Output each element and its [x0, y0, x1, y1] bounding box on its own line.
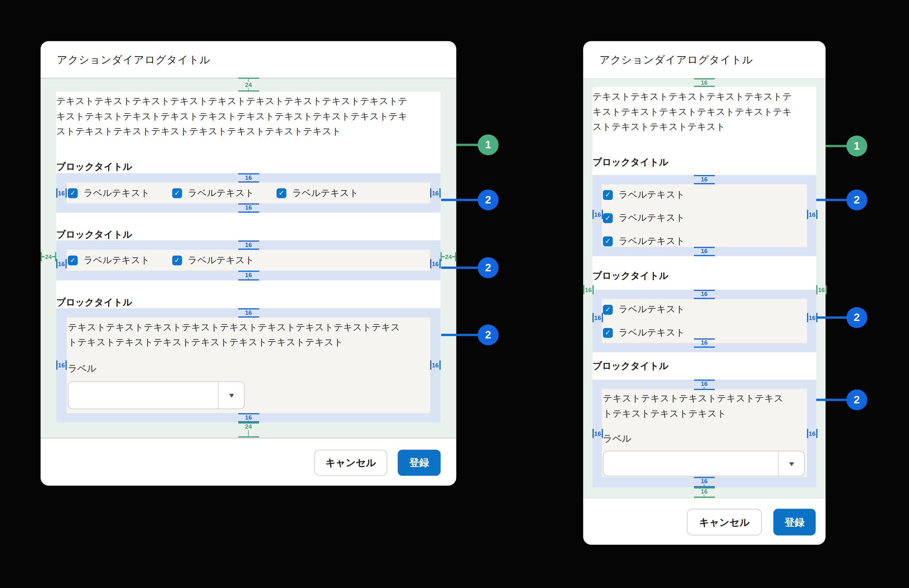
callout-line [441, 267, 479, 268]
checkbox-checked-icon[interactable]: ✓ [277, 188, 286, 198]
spacing-measure-16: 16 [694, 477, 715, 488]
spacing-measure-16: 16 [583, 285, 592, 295]
spacing-measure-16: 16 [694, 290, 715, 299]
checkbox-label: ラベルテキスト [618, 304, 685, 316]
checkbox-label: ラベルテキスト [83, 254, 150, 267]
select-arrow-cell[interactable]: ▼ [218, 382, 244, 409]
checkbox-checked-icon[interactable]: ✓ [68, 188, 78, 198]
checkbox-option[interactable]: ✓ ラベルテキスト [277, 186, 359, 200]
cancel-button[interactable]: キャンセル [687, 509, 762, 535]
callout-badge-1: 1 [846, 136, 867, 157]
spacing-measure-16: 16 [238, 413, 259, 423]
block-text: テキストテキストテキストテキストテキス トテキストテキストテキスト [603, 391, 806, 421]
select-value [68, 382, 218, 409]
block-title-2: ブロックタイトル [56, 229, 132, 241]
dropdown-select[interactable]: ▼ [603, 451, 804, 477]
checkbox-option[interactable]: ✓ ラベルテキスト [603, 188, 685, 202]
select-field-label: ラベル [68, 363, 96, 375]
spacing-measure-16: 16 [807, 210, 817, 219]
select-value [603, 451, 778, 476]
form-block-inner: テキストテキストテキストテキストテキス トテキストテキストテキスト ラベル ▼ [602, 389, 807, 477]
spacing-measure-16: 16 [592, 210, 602, 219]
checkbox-checked-icon[interactable]: ✓ [172, 255, 182, 265]
chevron-down-icon: ▼ [227, 392, 235, 399]
form-block-1: ✓ ラベルテキスト ✓ ラベルテキスト ✓ ラベルテキスト [592, 175, 816, 256]
spacing-measure-16: 16 [238, 204, 259, 213]
block-title-3: ブロックタイトル [592, 360, 668, 372]
select-field-label: ラベル [603, 433, 631, 444]
submit-button[interactable]: 登録 [398, 449, 440, 475]
checkbox-label: ラベルテキスト [618, 235, 685, 247]
spacing-measure-16: 16 [592, 313, 602, 322]
dialog-footer: キャンセル 登録 [583, 498, 825, 545]
block-text: テキストテキストテキストテキストテキストテキストテキストテキストテキス トテキス… [68, 320, 429, 350]
checkbox-column: ✓ ラベルテキスト ✓ ラベルテキスト [602, 299, 807, 343]
callout-line [456, 144, 479, 146]
spacing-measure-16: 16 [238, 271, 259, 280]
spacing-measure-16: 16 [816, 285, 826, 295]
checkbox-row: ✓ ラベルテキスト ✓ ラベルテキスト ✓ ラベルテキスト [66, 183, 430, 203]
spacing-measure-24: 24 [238, 78, 259, 92]
dialog-footer: キャンセル 登録 [40, 438, 456, 486]
chevron-down-icon: ▼ [787, 460, 795, 467]
checkbox-label: ラベルテキスト [292, 187, 359, 199]
checkbox-label: ラベルテキスト [618, 189, 685, 201]
checkbox-checked-icon[interactable]: ✓ [172, 188, 182, 198]
spacing-measure-16: 16 [694, 488, 715, 498]
spacing-measure-24: 24 [440, 252, 456, 262]
checkbox-checked-icon[interactable]: ✓ [603, 304, 613, 314]
checkbox-label: ラベルテキスト [188, 187, 254, 199]
spacing-measure-24: 24 [40, 252, 56, 262]
block-title-3: ブロックタイトル [56, 297, 132, 308]
checkbox-option[interactable]: ✓ ラベルテキスト [603, 302, 685, 317]
callout-line [441, 199, 479, 200]
callout-badge-2: 2 [477, 325, 498, 345]
checkbox-checked-icon[interactable]: ✓ [603, 328, 613, 338]
callout-line [816, 317, 847, 318]
callout-badge-2: 2 [846, 389, 867, 410]
dialog-content: テキストテキストテキストテキストテキストテ キストテキストテキストテキストテキス… [592, 87, 816, 488]
checkbox-option[interactable]: ✓ ラベルテキスト [68, 186, 150, 200]
paragraph-line: ストテキストテキストテキスト [592, 120, 816, 134]
spacing-measure-16: 16 [694, 78, 715, 87]
paragraph-line: テキストテキストテキストテキストテキストテキストテキストテキストテキストテ [56, 94, 440, 109]
checkbox-option[interactable]: ✓ ラベルテキスト [172, 186, 254, 200]
callout-badge-1: 1 [477, 134, 498, 155]
checkbox-checked-icon[interactable]: ✓ [603, 236, 613, 246]
callout-badge-2: 2 [846, 307, 867, 328]
spacing-measure-16: 16 [592, 429, 602, 438]
checkbox-checked-icon[interactable]: ✓ [603, 190, 613, 200]
checkbox-row: ✓ ラベルテキスト ✓ ラベルテキスト [66, 250, 430, 271]
intro-paragraph: テキストテキストテキストテキストテキストテ キストテキストテキストテキストテキス… [592, 89, 816, 134]
checkbox-checked-icon[interactable]: ✓ [603, 213, 613, 223]
select-arrow-cell[interactable]: ▼ [778, 451, 804, 476]
checkbox-option[interactable]: ✓ ラベルテキスト [603, 234, 685, 248]
block-title-2: ブロックタイトル [592, 270, 668, 282]
block-text-line: テキストテキストテキストテキストテキス [603, 391, 806, 406]
spacing-measure-16: 16 [694, 175, 715, 184]
cancel-button[interactable]: キャンセル [314, 449, 387, 475]
paragraph-line: テキストテキストテキストテキストテキストテ [592, 89, 816, 104]
callout-line [826, 145, 848, 147]
checkbox-checked-icon[interactable]: ✓ [68, 255, 78, 265]
callout-badge-2: 2 [477, 189, 498, 210]
dialog-title: アクションダイアログタイトル [599, 53, 753, 66]
annotation-canvas: アクションダイアログタイトル テキストテキストテキストテキストテキストテキストテ… [0, 0, 909, 588]
block-title-1: ブロックタイトル [56, 161, 132, 173]
paragraph-line: ストテキストテキストテキストテキストテキストテキストテキスト [56, 124, 440, 139]
checkbox-option[interactable]: ✓ ラベルテキスト [603, 326, 685, 340]
checkbox-option[interactable]: ✓ ラベルテキスト [172, 253, 254, 267]
intro-paragraph: テキストテキストテキストテキストテキストテキストテキストテキストテキストテ キス… [56, 94, 440, 139]
spacing-measure-24: 24 [238, 423, 259, 438]
dialog-body: テキストテキストテキストテキストテキストテ キストテキストテキストテキストテキス… [583, 79, 825, 498]
block-title-1: ブロックタイトル [592, 157, 668, 168]
paragraph-line: キストテキストテキストテキストテキストテキストテキストテキストテキストテキ [56, 109, 440, 124]
spacing-measure-16: 16 [430, 188, 440, 198]
checkbox-option[interactable]: ✓ ラベルテキスト [68, 253, 150, 267]
checkbox-option[interactable]: ✓ ラベルテキスト [603, 211, 685, 225]
dropdown-select[interactable]: ▼ [68, 381, 245, 409]
form-block-3: テキストテキストテキストテキストテキス トテキストテキストテキスト ラベル ▼ [592, 380, 816, 488]
spacing-measure-16: 16 [56, 259, 66, 268]
submit-button[interactable]: 登録 [773, 509, 815, 535]
callout-badge-2: 2 [477, 257, 498, 278]
